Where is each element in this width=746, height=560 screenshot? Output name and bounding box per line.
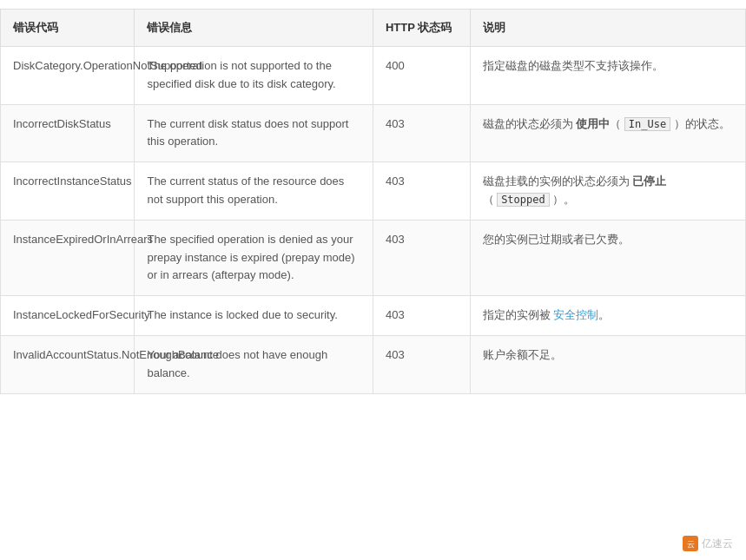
- bold-text: 已停止: [632, 175, 666, 188]
- cell-error-message: The instance is locked due to security.: [135, 296, 373, 336]
- inline-code: In_Use: [624, 117, 670, 131]
- bold-text: 使用中: [576, 117, 610, 130]
- inline-code: Stopped: [497, 193, 550, 207]
- table-row: IncorrectInstanceStatusThe current statu…: [1, 162, 746, 221]
- table-row: InstanceExpiredOrInArrearsThe specified …: [1, 220, 746, 295]
- table-row: IncorrectDiskStatusThe current disk stat…: [1, 104, 746, 162]
- cell-error-code: IncorrectInstanceStatus: [1, 162, 135, 221]
- col-header-desc: 说明: [470, 10, 745, 47]
- cell-http-code: 403: [373, 220, 470, 295]
- cell-description: 指定磁盘的磁盘类型不支持该操作。: [470, 47, 745, 105]
- cell-description: 您的实例已过期或者已欠费。: [470, 220, 745, 295]
- table-row: InvalidAccountStatus.NotEnoughBalanceYou…: [1, 335, 746, 393]
- cell-description: 指定的实例被 安全控制。: [470, 296, 745, 336]
- col-header-message: 错误信息: [135, 10, 373, 47]
- cell-description: 磁盘的状态必须为 使用中（ In_Use ）的状态。: [470, 104, 745, 162]
- security-control-link[interactable]: 安全控制: [553, 308, 598, 321]
- cell-http-code: 403: [373, 162, 470, 221]
- cell-error-message: The operation is not supported to the sp…: [135, 47, 373, 105]
- watermark-text: 亿速云: [702, 537, 733, 551]
- table-container: 错误代码 错误信息 HTTP 状态码 说明 DiskCategory.Opera…: [0, 0, 746, 403]
- cell-error-code: InstanceExpiredOrInArrears: [1, 220, 135, 295]
- col-header-http: HTTP 状态码: [373, 10, 470, 47]
- svg-text:云: 云: [687, 540, 695, 549]
- cell-description: 账户余额不足。: [470, 335, 745, 393]
- watermark-icon: 云: [683, 536, 698, 551]
- table-row: DiskCategory.OperationNotSupportedThe op…: [1, 47, 746, 105]
- cell-http-code: 403: [373, 296, 470, 336]
- cell-error-code: InvalidAccountStatus.NotEnoughBalance: [1, 335, 135, 393]
- cell-error-code: InstanceLockedForSecurity: [1, 296, 135, 336]
- col-header-code: 错误代码: [1, 10, 135, 47]
- cell-error-message: The specified operation is denied as you…: [135, 220, 373, 295]
- table-header-row: 错误代码 错误信息 HTTP 状态码 说明: [1, 10, 746, 47]
- cell-error-message: Your account does not have enough balanc…: [135, 335, 373, 393]
- cell-error-code: IncorrectDiskStatus: [1, 104, 135, 162]
- error-table: 错误代码 错误信息 HTTP 状态码 说明 DiskCategory.Opera…: [0, 9, 746, 394]
- watermark: 云 亿速云: [683, 536, 733, 551]
- cell-http-code: 403: [373, 104, 470, 162]
- cell-error-message: The current disk status does not support…: [135, 104, 373, 162]
- cell-error-message: The current status of the resource does …: [135, 162, 373, 221]
- table-row: InstanceLockedForSecurityThe instance is…: [1, 296, 746, 336]
- cell-http-code: 400: [373, 47, 470, 105]
- cell-description: 磁盘挂载的实例的状态必须为 已停止（ Stopped ）。: [470, 162, 745, 221]
- cell-error-code: DiskCategory.OperationNotSupported: [1, 47, 135, 105]
- cell-http-code: 403: [373, 335, 470, 393]
